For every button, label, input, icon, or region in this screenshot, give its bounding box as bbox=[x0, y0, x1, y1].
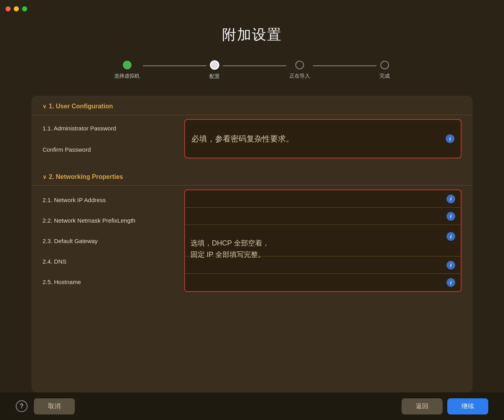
step-select-vm: 选择虚拟机 bbox=[114, 61, 140, 80]
net-input-netmask[interactable] bbox=[191, 213, 443, 219]
password-info-button[interactable]: i bbox=[446, 134, 454, 143]
step-connector-1 bbox=[143, 65, 206, 66]
minimize-button[interactable] bbox=[14, 6, 19, 11]
close-button[interactable] bbox=[6, 6, 11, 11]
net-input-hostname[interactable] bbox=[191, 279, 443, 286]
section-networking-header[interactable]: ∨ 2. Networking Properties bbox=[32, 166, 472, 185]
admin-password-label: 1.1. Administrator Password bbox=[43, 123, 176, 133]
confirm-password-label: Confirm Password bbox=[43, 145, 176, 154]
net-field-row-gateway: i 选填，DHCP 全部空着，固定 IP 全部填写完整。 bbox=[185, 225, 461, 256]
password-section: 1.1. Administrator Password Confirm Pass… bbox=[32, 115, 472, 162]
step-label-config: 配置 bbox=[209, 73, 220, 80]
step-connector-3 bbox=[313, 65, 376, 66]
cancel-button[interactable]: 取消 bbox=[34, 398, 75, 414]
net-label-hostname: 2.5. Hostname bbox=[43, 273, 176, 290]
net-label-ip: 2.1. Network IP Address bbox=[43, 191, 176, 208]
fullscreen-button[interactable] bbox=[22, 6, 27, 11]
step-circle-done bbox=[380, 61, 389, 69]
step-importing: 正在导入 bbox=[289, 61, 310, 80]
footer-right: 返回 继续 bbox=[402, 398, 488, 414]
password-input-group[interactable]: 必填，参看密码复杂性要求。 i bbox=[184, 119, 461, 158]
step-circle-config bbox=[210, 60, 219, 70]
net-input-dns[interactable] bbox=[191, 262, 443, 268]
net-label-netmask: 2.2. Network Netmask PrefixLength bbox=[43, 212, 176, 229]
net-info-button-netmask[interactable]: i bbox=[447, 212, 455, 221]
section-user-config-title: 1. User Configuration bbox=[49, 103, 113, 110]
step-connector-2 bbox=[223, 65, 286, 66]
back-button[interactable]: 返回 bbox=[402, 398, 443, 414]
net-field-row-netmask: i bbox=[185, 208, 461, 225]
page-title: 附加设置 bbox=[222, 25, 282, 45]
chevron-down-icon: ∨ bbox=[43, 103, 46, 110]
networking-hint-text: 选填，DHCP 全部空着，固定 IP 全部填写完整。 bbox=[191, 239, 269, 258]
net-field-row-hostname: i bbox=[185, 274, 461, 291]
help-button[interactable]: ? bbox=[16, 400, 28, 412]
stepper: 选择虚拟机 配置 正在导入 完成 bbox=[114, 60, 390, 80]
networking-input-group: i i i 选填，DHCP 全部空着，固定 IP 全部填写完整。 bbox=[184, 190, 461, 292]
section-user-config-header[interactable]: ∨ 1. User Configuration bbox=[32, 96, 472, 115]
password-labels: 1.1. Administrator Password Confirm Pass… bbox=[43, 119, 176, 158]
step-circle-importing bbox=[295, 61, 304, 69]
step-circle-select-vm bbox=[123, 61, 132, 69]
networking-form: 2.1. Network IP Address 2.2. Network Net… bbox=[32, 186, 472, 296]
net-info-button-dns[interactable]: i bbox=[447, 261, 455, 269]
net-info-button-gateway[interactable]: i bbox=[447, 232, 455, 241]
chevron-down-icon-2: ∨ bbox=[43, 174, 46, 180]
titlebar bbox=[0, 0, 504, 17]
net-info-button-hostname[interactable]: i bbox=[447, 278, 455, 287]
net-label-gateway: 2.3. Default Gateway bbox=[43, 232, 176, 249]
net-info-button-ip[interactable]: i bbox=[447, 195, 455, 203]
section-networking-title: 2. Networking Properties bbox=[49, 173, 123, 180]
net-label-dns: 2.4. DNS bbox=[43, 253, 176, 270]
net-field-row-ip: i bbox=[185, 190, 461, 208]
continue-button[interactable]: 继续 bbox=[447, 398, 488, 414]
step-done: 完成 bbox=[380, 61, 390, 80]
step-label-importing: 正在导入 bbox=[289, 72, 310, 80]
footer-left: ? 取消 bbox=[16, 398, 75, 414]
main-content: 附加设置 选择虚拟机 配置 正在导入 完成 ∨ 1. User C bbox=[0, 17, 504, 392]
password-hint-text: 必填，参看密码复杂性要求。 bbox=[191, 133, 294, 144]
net-input-ip[interactable] bbox=[191, 195, 443, 202]
footer: ? 取消 返回 继续 bbox=[0, 392, 504, 420]
net-input-gateway[interactable] bbox=[191, 232, 443, 239]
step-label-select-vm: 选择虚拟机 bbox=[114, 72, 140, 80]
settings-card: ∨ 1. User Configuration 1.1. Administrat… bbox=[32, 96, 472, 392]
step-config: 配置 bbox=[209, 60, 220, 80]
net-field-row-dns: i bbox=[185, 256, 461, 274]
step-label-done: 完成 bbox=[380, 72, 390, 80]
net-labels: 2.1. Network IP Address 2.2. Network Net… bbox=[43, 190, 176, 292]
